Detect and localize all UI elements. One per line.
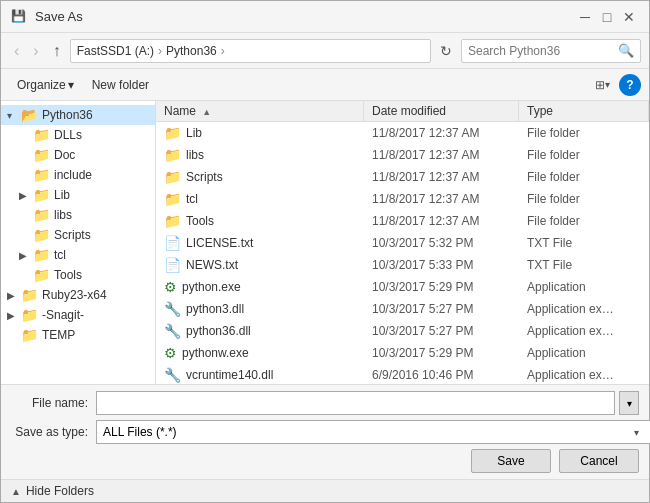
file-name-label: Lib (186, 126, 202, 140)
maximize-button[interactable]: □ (597, 7, 617, 27)
minimize-button[interactable]: ─ (575, 7, 595, 27)
organize-arrow-icon: ▾ (68, 78, 74, 92)
col-header-name[interactable]: Name ▲ (156, 101, 364, 121)
file-name-cell: 🔧 python36.dll (156, 321, 364, 341)
hide-folders-button[interactable]: Hide Folders (26, 484, 94, 498)
back-button[interactable]: ‹ (9, 40, 24, 62)
breadcrumb-item: FastSSD1 (A:) › Python36 › (77, 44, 227, 58)
dialog-title: Save As (35, 9, 83, 24)
table-row[interactable]: 🔧 python36.dll 10/3/2017 5:27 PM Applica… (156, 320, 649, 342)
file-type-cell: Application (519, 344, 649, 362)
sidebar-item-include[interactable]: 📁 include (1, 165, 155, 185)
table-row[interactable]: 📁 Tools 11/8/2017 12:37 AM File folder (156, 210, 649, 232)
sidebar-item-scripts[interactable]: 📁 Scripts (1, 225, 155, 245)
sidebar-item-dlls[interactable]: 📁 DLLs (1, 125, 155, 145)
table-row[interactable]: 📁 Lib 11/8/2017 12:37 AM File folder (156, 122, 649, 144)
forward-button[interactable]: › (28, 40, 43, 62)
file-type-cell: Application ex… (519, 322, 649, 340)
sidebar-item-snagit[interactable]: ▶ 📁 -Snagit- (1, 305, 155, 325)
sidebar-item-doc[interactable]: 📁 Doc (1, 145, 155, 165)
file-date-cell: 10/3/2017 5:33 PM (364, 256, 519, 274)
new-folder-label: New folder (92, 78, 149, 92)
help-button[interactable]: ? (619, 74, 641, 96)
new-folder-button[interactable]: New folder (84, 75, 157, 95)
file-name-label: libs (186, 148, 204, 162)
expand-arrow-icon: ▾ (7, 110, 17, 121)
save-button[interactable]: Save (471, 449, 551, 473)
organize-button[interactable]: Organize ▾ (9, 75, 82, 95)
cancel-button[interactable]: Cancel (559, 449, 639, 473)
sidebar-item-label: libs (54, 208, 72, 222)
nav-bar: ‹ › ↑ FastSSD1 (A:) › Python36 › ↻ 🔍 (1, 33, 649, 69)
title-bar: 💾 Save As ─ □ ✕ (1, 1, 649, 33)
folder-icon: 📁 (33, 207, 50, 223)
hide-folders-label: Hide Folders (26, 484, 94, 498)
search-bar[interactable]: 🔍 (461, 39, 641, 63)
file-date-cell: 6/9/2016 10:46 PM (364, 366, 519, 384)
table-row[interactable]: ⚙ pythonw.exe 10/3/2017 5:29 PM Applicat… (156, 342, 649, 364)
file-type-cell: Application (519, 278, 649, 296)
folder-icon: 📁 (164, 147, 181, 163)
file-type-cell: TXT File (519, 234, 649, 252)
sidebar-item-ruby23[interactable]: ▶ 📁 Ruby23-x64 (1, 285, 155, 305)
file-name-cell: 🔧 vcruntime140.dll (156, 365, 364, 384)
table-row[interactable]: 📄 LICENSE.txt 10/3/2017 5:32 PM TXT File (156, 232, 649, 254)
sidebar-item-lib[interactable]: ▶ 📁 Lib (1, 185, 155, 205)
savetype-row: Save as type: ALL Files (*.*) ▾ (11, 420, 639, 444)
file-date-cell: 10/3/2017 5:27 PM (364, 300, 519, 318)
table-row[interactable]: 📄 NEWS.txt 10/3/2017 5:33 PM TXT File (156, 254, 649, 276)
toolbar: Organize ▾ New folder ⊞ ▾ ? (1, 69, 649, 101)
exe-file-icon: ⚙ (164, 345, 177, 361)
file-name-label: Tools (186, 214, 214, 228)
dll-file-icon: 🔧 (164, 323, 181, 339)
file-name-cell: 📄 NEWS.txt (156, 255, 364, 275)
refresh-button[interactable]: ↻ (435, 41, 457, 61)
savetype-label: Save as type: (11, 425, 96, 439)
folder-icon: 📁 (164, 169, 181, 185)
col-header-date[interactable]: Date modified (364, 101, 519, 121)
file-name-label: Scripts (186, 170, 223, 184)
file-date-cell: 11/8/2017 12:37 AM (364, 124, 519, 142)
sidebar-item-label: DLLs (54, 128, 82, 142)
up-button[interactable]: ↑ (48, 40, 66, 62)
file-date-cell: 10/3/2017 5:27 PM (364, 322, 519, 340)
file-list: Name ▲ Date modified Type 📁 Lib 11/8/201… (156, 101, 649, 384)
close-button[interactable]: ✕ (619, 7, 639, 27)
folder-icon: 📁 (164, 213, 181, 229)
sidebar-item-tcl[interactable]: ▶ 📁 tcl (1, 245, 155, 265)
table-row[interactable]: 📁 tcl 11/8/2017 12:37 AM File folder (156, 188, 649, 210)
file-name-label: vcruntime140.dll (186, 368, 273, 382)
sidebar-item-libs[interactable]: 📁 libs (1, 205, 155, 225)
sidebar-item-python36[interactable]: ▾ 📂 Python36 (1, 105, 155, 125)
folder-icon: 📁 (21, 307, 38, 323)
sidebar-item-label: Doc (54, 148, 75, 162)
table-row[interactable]: 🔧 python3.dll 10/3/2017 5:27 PM Applicat… (156, 298, 649, 320)
file-type-cell: Application ex… (519, 300, 649, 318)
col-header-type[interactable]: Type (519, 101, 649, 121)
filename-input[interactable] (96, 391, 615, 415)
file-date-cell: 11/8/2017 12:37 AM (364, 146, 519, 164)
sidebar-item-tools[interactable]: 📁 Tools (1, 265, 155, 285)
col-date-label: Date modified (372, 104, 446, 118)
file-name-cell: ⚙ python.exe (156, 277, 364, 297)
file-name-cell: 🔧 python3.dll (156, 299, 364, 319)
file-type-cell: File folder (519, 146, 649, 164)
sidebar-item-temp[interactable]: 📁 TEMP (1, 325, 155, 345)
filename-label: File name: (11, 396, 96, 410)
file-name-cell: 📄 LICENSE.txt (156, 233, 364, 253)
savetype-select[interactable]: ALL Files (*.*) (96, 420, 650, 444)
table-row[interactable]: 📁 Scripts 11/8/2017 12:37 AM File folder (156, 166, 649, 188)
folder-icon: 📁 (164, 191, 181, 207)
view-button[interactable]: ⊞ ▾ (590, 76, 615, 94)
folder-icon: 📁 (33, 247, 50, 263)
table-row[interactable]: ⚙ python.exe 10/3/2017 5:29 PM Applicati… (156, 276, 649, 298)
file-type-cell: TXT File (519, 256, 649, 274)
expand-arrow-icon: ▶ (19, 250, 29, 261)
file-name-label: pythonw.exe (182, 346, 249, 360)
search-input[interactable] (468, 44, 618, 58)
table-row[interactable]: 📁 libs 11/8/2017 12:37 AM File folder (156, 144, 649, 166)
table-row[interactable]: 🔧 vcruntime140.dll 6/9/2016 10:46 PM App… (156, 364, 649, 384)
breadcrumb[interactable]: FastSSD1 (A:) › Python36 › (70, 39, 431, 63)
sidebar-item-label: include (54, 168, 92, 182)
filename-dropdown-button[interactable]: ▾ (619, 391, 639, 415)
